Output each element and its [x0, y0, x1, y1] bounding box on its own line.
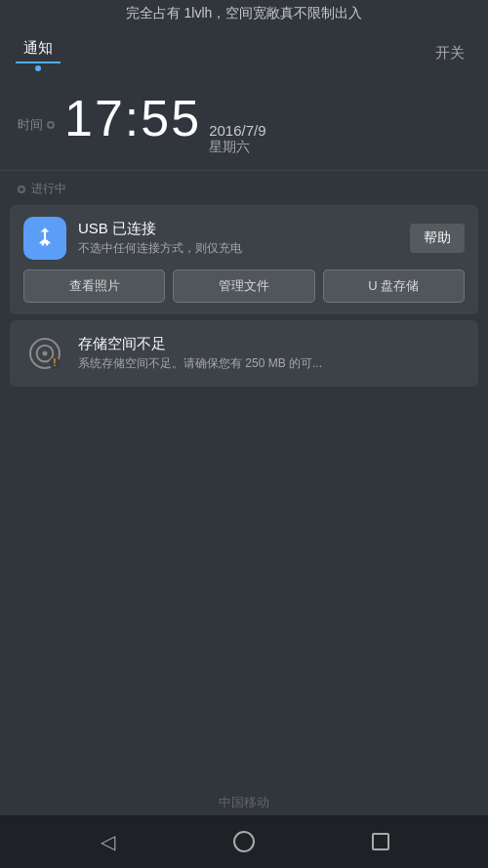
storage-icon: !	[25, 334, 64, 373]
time-weekday: 星期六	[209, 139, 265, 156]
usb-notif-title: USB 已连接	[78, 220, 398, 238]
tab-notification-dot	[35, 65, 41, 71]
time-date-block: 2016/7/9 星期六	[209, 122, 265, 156]
back-button[interactable]: ◁	[86, 820, 129, 863]
storage-notif-title: 存储空间不足	[78, 335, 465, 353]
view-photos-button[interactable]: 查看照片	[23, 269, 165, 303]
storage-notif-subtitle: 系统存储空间不足。请确保您有 250 MB 的可...	[78, 355, 465, 372]
svg-text:!: !	[53, 357, 56, 368]
usb-notif-subtitle: 不选中任何连接方式，则仅充电	[78, 240, 398, 257]
time-label: 时间	[18, 116, 64, 134]
top-banner: 完全占有 1lvlh，空间宽敞真不限制出入	[0, 0, 488, 27]
tab-notification[interactable]: 通知	[16, 35, 61, 63]
usb-help-button[interactable]: 帮助	[410, 224, 465, 253]
usb-icon	[32, 226, 58, 251]
notification-section-label: 进行中	[0, 177, 488, 199]
recent-icon	[372, 833, 389, 850]
back-icon: ◁	[101, 830, 115, 853]
time-value: 17:55	[64, 93, 201, 144]
storage-notification-card: ! 存储空间不足 系统存储空间不足。请确保您有 250 MB 的可...	[10, 320, 478, 387]
time-display: 17:55 2016/7/9 星期六	[64, 93, 266, 156]
storage-notif-text: 存储空间不足 系统存储空间不足。请确保您有 250 MB 的可...	[78, 335, 465, 372]
tab-open[interactable]: 开关	[427, 40, 472, 66]
nav-bar: ◁	[0, 815, 488, 868]
storage-icon-wrap: !	[23, 332, 66, 375]
recent-button[interactable]	[359, 820, 402, 863]
usb-action-buttons: 查看照片 管理文件 U 盘存储	[23, 269, 465, 303]
notifications-area: 进行中 USB 已连接 不选中任何连接方式，则仅充电 帮助 查看照片 管理	[0, 171, 488, 398]
time-section: 时间 17:55 2016/7/9 星期六	[0, 79, 488, 171]
banner-text: 完全占有 1lvlh，空间宽敞真不限制出入	[126, 5, 363, 22]
home-icon	[233, 831, 255, 852]
storage-notif-row: ! 存储空间不足 系统存储空间不足。请确保您有 250 MB 的可...	[23, 332, 465, 375]
home-button[interactable]	[223, 820, 265, 863]
usb-storage-button[interactable]: U 盘存储	[323, 269, 465, 303]
usb-notif-row: USB 已连接 不选中任何连接方式，则仅充电 帮助	[23, 217, 465, 260]
section-dot	[18, 186, 25, 193]
svg-point-2	[43, 351, 48, 356]
usb-notif-text: USB 已连接 不选中任何连接方式，则仅充电	[78, 220, 398, 257]
usb-icon-wrap	[23, 217, 66, 260]
carrier-text: 中国移动	[0, 794, 488, 811]
time-date: 2016/7/9	[209, 122, 265, 139]
time-dot	[47, 121, 55, 129]
usb-notification-card: USB 已连接 不选中任何连接方式，则仅充电 帮助 查看照片 管理文件 U 盘存…	[10, 205, 478, 314]
notification-panel: 通知 开关 时间 17:55 2016/7/9 星期六 进行中	[0, 0, 488, 868]
manage-files-button[interactable]: 管理文件	[173, 269, 314, 303]
